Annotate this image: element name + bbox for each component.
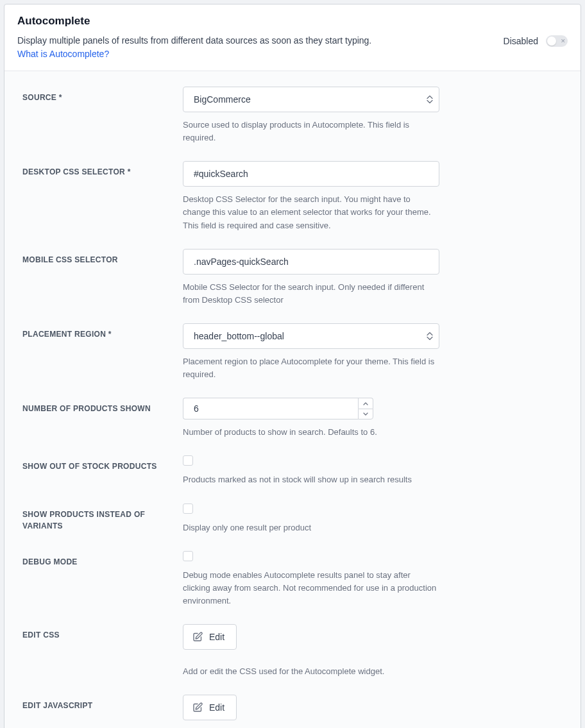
placement-label: PLACEMENT REGION * [22, 328, 170, 340]
desktop-css-row: DESKTOP CSS SELECTOR * Desktop CSS Selec… [22, 161, 563, 232]
num-products-row: NUMBER OF PRODUCTS SHOWN Number of produ… [22, 398, 563, 439]
edit-icon [192, 632, 203, 642]
variants-help: Display only one result per product [183, 521, 439, 534]
edit-js-label: EDIT JAVASCRIPT [22, 700, 170, 711]
mobile-css-input[interactable] [183, 249, 439, 275]
close-icon: ✕ [561, 38, 566, 44]
source-help: Source used to display products in Autoc… [183, 119, 439, 144]
panel-description: Display multiple panels of results from … [17, 34, 504, 47]
out-of-stock-label: SHOW OUT OF STOCK PRODUCTS [22, 461, 170, 472]
out-of-stock-row: SHOW OUT OF STOCK PRODUCTS Products mark… [22, 455, 563, 486]
toggle-status-label: Disabled [504, 36, 538, 46]
out-of-stock-checkbox[interactable] [183, 455, 193, 466]
placement-select[interactable] [183, 323, 439, 349]
desktop-css-input[interactable] [183, 161, 439, 187]
debug-label: DEBUG MODE [22, 556, 170, 568]
variants-row: SHOW PRODUCTS INSTEAD OF VARIANTS Displa… [22, 504, 563, 534]
debug-checkbox[interactable] [183, 551, 193, 561]
source-select[interactable] [183, 87, 439, 112]
source-row: SOURCE * Source used to display products… [22, 87, 563, 144]
edit-icon [192, 702, 203, 713]
variants-checkbox[interactable] [183, 504, 193, 514]
placement-row: PLACEMENT REGION * Placement region to p… [22, 323, 563, 381]
mobile-css-help: Mobile CSS Selector for the search input… [183, 281, 439, 307]
variants-label: SHOW PRODUCTS INSTEAD OF VARIANTS [22, 509, 170, 532]
edit-css-row: EDIT CSS Edit Add or edit the CSS used f… [22, 624, 563, 678]
number-decrement-button[interactable] [358, 409, 373, 420]
edit-css-button[interactable]: Edit [183, 624, 237, 650]
panel-header: Autocomplete Display multiple panels of … [4, 4, 581, 71]
number-increment-button[interactable] [358, 398, 373, 409]
out-of-stock-help: Products marked as not in stock will sho… [183, 473, 439, 486]
desktop-css-help: Desktop CSS Selector for the search inpu… [183, 193, 439, 232]
edit-js-row: EDIT JAVASCRIPT Edit Add or edit the Jav… [22, 695, 563, 728]
toggle-thumb [547, 37, 556, 46]
what-is-link[interactable]: What is Autocomplete? [17, 49, 109, 59]
settings-panel: Autocomplete Display multiple panels of … [4, 4, 581, 728]
mobile-css-row: MOBILE CSS SELECTOR Mobile CSS Selector … [22, 249, 563, 307]
edit-css-button-label: Edit [209, 632, 225, 642]
debug-help: Debug mode enables Autocomplete results … [183, 569, 439, 607]
edit-js-button-label: Edit [209, 702, 225, 713]
num-products-label: NUMBER OF PRODUCTS SHOWN [22, 403, 170, 414]
num-products-help: Number of products to show in search. De… [183, 426, 439, 439]
edit-css-help: Add or edit the CSS used for the Autocom… [183, 665, 439, 678]
mobile-css-label: MOBILE CSS SELECTOR [22, 254, 170, 266]
placement-help: Placement region to place Autocomplete f… [183, 355, 439, 381]
num-products-input[interactable] [183, 398, 358, 419]
source-label: SOURCE * [22, 92, 170, 103]
edit-js-button[interactable]: Edit [183, 695, 237, 720]
panel-title: Autocomplete [17, 15, 504, 28]
debug-row: DEBUG MODE Debug mode enables Autocomple… [22, 551, 563, 607]
form-body: SOURCE * Source used to display products… [4, 71, 581, 728]
enable-toggle[interactable]: ✕ [546, 35, 568, 47]
edit-css-label: EDIT CSS [22, 629, 170, 641]
desktop-css-label: DESKTOP CSS SELECTOR * [22, 166, 170, 178]
